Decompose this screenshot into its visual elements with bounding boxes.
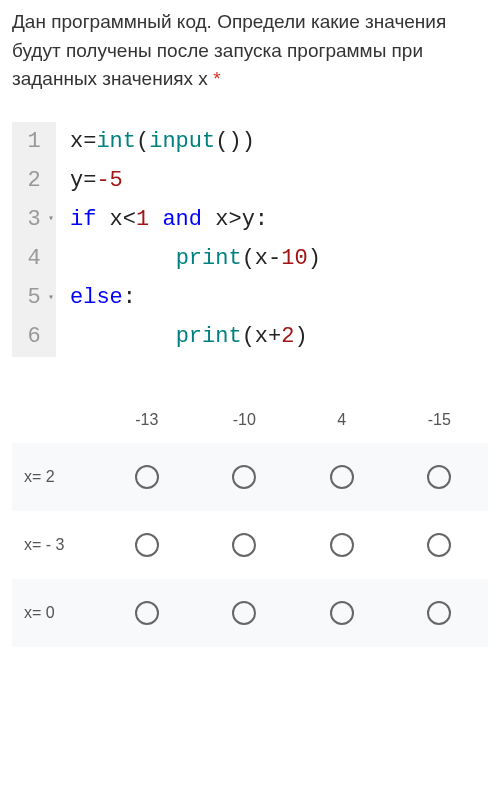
code-line: 4 print(x-10) [12,239,488,278]
code-line: 2y=-5 [12,161,488,200]
grid-cell [391,511,489,579]
grid-cell [196,579,294,647]
grid-column-header: 4 [293,397,391,443]
line-number: 2 [12,161,56,200]
radio-option[interactable] [232,601,256,625]
grid-cell [391,443,489,511]
code-content: if x<1 and x>y: [56,202,268,237]
code-content: x=int(input()) [56,124,255,159]
grid-cell [196,443,294,511]
grid-cell [196,511,294,579]
grid-row-label: x= 0 [12,579,98,647]
grid-cell [293,443,391,511]
line-number: 3▾ [12,200,56,239]
grid-header-empty [12,406,98,434]
line-number: 1 [12,122,56,161]
question-body: Дан программный код. Определи какие знач… [12,11,446,89]
code-content: else: [56,280,136,315]
radio-option[interactable] [232,533,256,557]
line-number: 5▾ [12,278,56,317]
radio-option[interactable] [135,601,159,625]
grid-cell [293,511,391,579]
code-line: 3▾if x<1 and x>y: [12,200,488,239]
grid-row-label-text: x= - 3 [18,536,64,554]
line-number: 6 [12,317,56,356]
grid-row-label-text: x= 2 [18,468,55,486]
radio-option[interactable] [330,465,354,489]
grid-cell [98,511,196,579]
radio-option[interactable] [135,533,159,557]
grid-cell [98,443,196,511]
grid-row-label-text: x= 0 [18,604,55,622]
answer-grid: -13-104-15x= 2x= - 3x= 0 [12,397,488,647]
code-content: print(x+2) [56,319,308,354]
grid-cell [98,579,196,647]
code-line: 5▾else: [12,278,488,317]
chevron-down-icon: ▾ [48,290,54,306]
code-content: print(x-10) [56,241,321,276]
grid-row-label: x= 2 [12,443,98,511]
chevron-down-icon: ▾ [48,211,54,227]
radio-option[interactable] [330,533,354,557]
grid-column-header: -15 [391,397,489,443]
required-asterisk: * [213,68,220,89]
radio-option[interactable] [330,601,354,625]
radio-option[interactable] [135,465,159,489]
grid-column-header: -13 [98,397,196,443]
code-block: 1x=int(input())2y=-53▾if x<1 and x>y:4 p… [12,122,488,357]
line-number: 4 [12,239,56,278]
grid-cell [293,579,391,647]
code-content: y=-5 [56,163,123,198]
code-line: 6 print(x+2) [12,317,488,356]
radio-option[interactable] [427,465,451,489]
grid-row-label: x= - 3 [12,511,98,579]
grid-cell [391,579,489,647]
radio-option[interactable] [427,601,451,625]
grid-column-header: -10 [196,397,294,443]
question-text: Дан программный код. Определи какие знач… [12,8,488,94]
radio-option[interactable] [232,465,256,489]
radio-option[interactable] [427,533,451,557]
code-line: 1x=int(input()) [12,122,488,161]
